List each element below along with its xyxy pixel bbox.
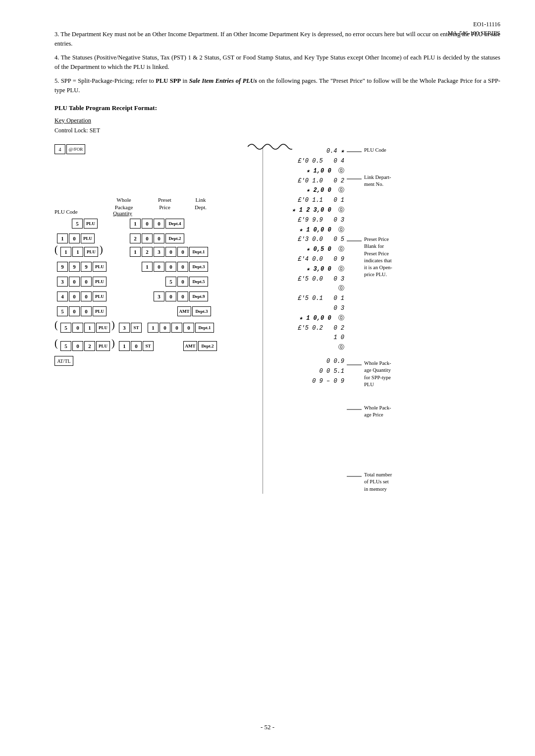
key-0-r6c: 0	[165, 291, 176, 301]
key-1-r9: 1	[119, 341, 130, 351]
annotation-spp-qty: Whole Pack-age Quantityfor SPP-typePLU	[364, 360, 453, 388]
key-0-r7b: 0	[81, 306, 92, 316]
receipt-display: 0.4 ★ £'0 0.5 0 4 ★ 1,0 0 ⓪ £'0 1.0 0 2 …	[263, 147, 347, 386]
key-0-r8: 0	[72, 323, 83, 333]
key-1-r4: 1	[142, 262, 153, 272]
annotation-preset-price: Preset PriceBlank forPreset Priceindicat…	[364, 236, 453, 278]
paren-open-1: (	[54, 244, 58, 255]
receipt-line-15: ⓪	[263, 284, 344, 294]
key-3-preset: 3	[154, 247, 164, 257]
key-0-r2a: 0	[142, 233, 153, 243]
key-0-preset: 0	[165, 247, 176, 257]
key-plu-4: PLU	[93, 262, 107, 272]
key-plu-5: PLU	[93, 277, 107, 287]
key-2-preset: 2	[142, 247, 153, 257]
paren-close-1: )	[100, 244, 103, 255]
key-1-row2: 1	[57, 233, 68, 243]
key-amt-r9: AMT	[183, 341, 197, 351]
key-0-r7: 0	[69, 306, 80, 316]
annotation-link-dept: Link Depart-ment No.	[364, 174, 453, 188]
paren-open-2: (	[54, 319, 58, 331]
link-dept-label: LinkDept.	[188, 196, 213, 211]
key-0-r5b: 0	[81, 277, 92, 287]
key-3-r5: 3	[57, 277, 68, 287]
key-dept1-r8: Dept.1	[195, 323, 214, 333]
receipt-line-19: £'5 0.2 0 2	[263, 324, 344, 334]
key-plu-8: PLU	[96, 323, 110, 333]
key-2-r2a: 2	[130, 233, 141, 243]
intro-item-5: SPP = Split-Package-Pricing; refer to PL…	[54, 76, 500, 96]
key-0-r2b: 0	[154, 233, 164, 243]
key-attl: AT/TL	[54, 356, 73, 366]
key-1-r1a: 1	[130, 219, 141, 229]
receipt-line-8: £'9 9.9 0 3	[263, 216, 344, 226]
paren-open-3: (	[54, 338, 58, 349]
key-5-plu: 5	[72, 219, 83, 229]
key-plu-3: PLU	[84, 247, 98, 257]
key-dept3b: Dept.3	[192, 306, 211, 316]
page-number: - 52 -	[261, 723, 274, 731]
key-0-r4c: 0	[177, 262, 188, 272]
receipt-line-13: ★ 3,0 0 ⓪	[263, 265, 344, 275]
key-dept1-row3: Dept.1	[189, 247, 208, 257]
key-0-r9b: 0	[131, 341, 142, 351]
receipt-line-9: ★ 1 0,0 0 ⓪	[263, 226, 344, 235]
intro-list: The Department Key must not be an Other …	[54, 30, 500, 95]
key-0-r8d: 0	[183, 323, 194, 333]
key-4-r6: 4	[57, 291, 68, 301]
key-0-r6b: 0	[81, 291, 92, 301]
receipt-line-2: £'0 0.5 0 4	[263, 157, 344, 167]
key-dept4: Dept.4	[165, 219, 184, 229]
key-plu-9: PLU	[96, 341, 110, 351]
key-plu-1: PLU	[84, 219, 98, 229]
key-plu-2: PLU	[81, 233, 95, 243]
key-st-r8: ST	[131, 323, 142, 333]
whole-package-label: WholePackage	[109, 196, 139, 211]
key-0-r4b: 0	[165, 262, 176, 272]
receipt-line-14: £'5 0.0 0 3	[263, 275, 344, 285]
header-line1: EO1-11116	[448, 20, 500, 29]
quantity-label: Quantity	[107, 210, 139, 216]
key-plu-6: PLU	[93, 291, 107, 301]
receipt-line-18: ★ 1 0,0 0 ⓪	[263, 314, 344, 324]
key-amt-r7: AMT	[177, 306, 191, 316]
key-dept3: Dept.3	[189, 262, 208, 272]
key-0-preset2: 0	[177, 247, 188, 257]
key-4: 4	[54, 144, 65, 154]
page-header: EO1-11116 MA-516-100 SERIES	[448, 20, 500, 38]
key-2-r9: 2	[84, 341, 95, 351]
receipt-line-22: 0 0.9	[263, 357, 344, 367]
key-dept9: Dept.9	[189, 291, 208, 301]
key-operation-label: Key Operation	[54, 117, 91, 124]
key-1-r8b: 1	[148, 323, 159, 333]
receipt-line-23: 0 0 5.1	[263, 367, 344, 377]
section-title: PLU Table Program Receipt Format:	[54, 104, 500, 112]
receipt-line-3: ★ 1,0 0 ⓪	[263, 167, 344, 176]
preset-price-label: PresetPrice	[151, 196, 178, 211]
receipt-line-16: £'5 0.1 0 1	[263, 294, 344, 304]
key-1-preset: 1	[130, 247, 141, 257]
key-1-r8: 1	[84, 323, 95, 333]
receipt-line-10: £'3 0.0 0 5	[263, 235, 344, 245]
key-1-row3b: 1	[72, 247, 83, 257]
key-3-r8: 3	[119, 323, 130, 333]
key-9b: 9	[69, 262, 80, 272]
key-1-row3a: 1	[60, 247, 71, 257]
key-dept5: Dept.5	[189, 277, 208, 287]
annotation-plu-code: PLU Code	[364, 147, 453, 154]
key-0-r5: 0	[69, 277, 80, 287]
diagram-area: Key Operation Control Lock: SET PLU Code…	[54, 117, 500, 523]
key-0-r8c: 0	[171, 323, 182, 333]
receipt-line-4: £'0 1.0 0 2	[263, 176, 344, 186]
receipt-line-5: ★ 2,0 0 ⓪	[263, 186, 344, 196]
key-5-r8: 5	[60, 323, 71, 333]
key-0-r1b: 0	[154, 219, 164, 229]
annotation-total-plus: Total numberof PLUs setin memory	[364, 471, 453, 493]
receipt-line-24: 0 9 – 0 9	[263, 377, 344, 387]
key-5-r5: 5	[165, 277, 176, 287]
receipt-line-7: ★ 1 2 3,0 0 ⓪	[263, 206, 344, 216]
intro-item-4: The Statuses (Positive/Negative Status, …	[54, 53, 500, 72]
key-9a: 9	[57, 262, 68, 272]
key-3-r6: 3	[154, 291, 164, 301]
control-lock-label: Control Lock: SET	[54, 127, 100, 134]
